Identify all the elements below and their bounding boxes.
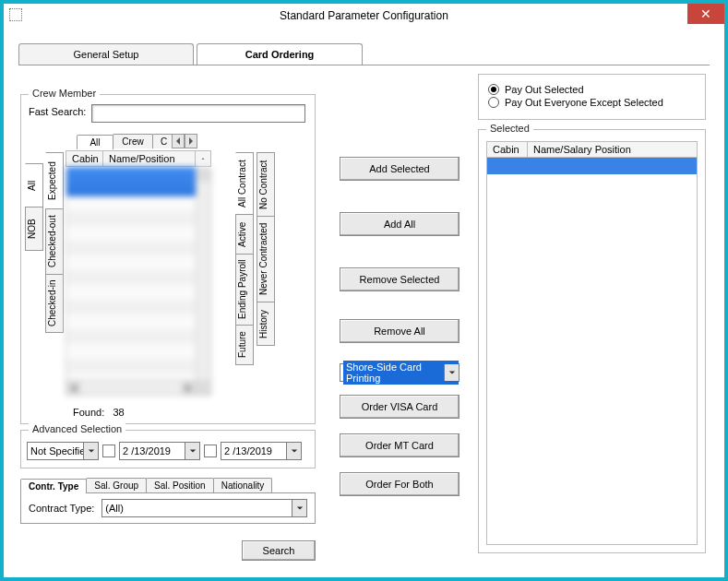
left-tab-all[interactable]: All bbox=[25, 163, 43, 208]
radio-payout-except-label: Pay Out Everyone Except Selected bbox=[505, 97, 663, 108]
left-tab-nob[interactable]: NOB bbox=[25, 207, 43, 251]
crew-member-title: Crew Member bbox=[29, 88, 100, 99]
search-button[interactable]: Search bbox=[242, 540, 316, 561]
rtab-all-contract[interactable]: All Contract bbox=[235, 152, 254, 215]
contract-type-combo[interactable]: (All) bbox=[101, 499, 307, 517]
rtab-never-contracted[interactable]: Never Contracted bbox=[257, 216, 275, 302]
app-window: Standard Parameter Configuration ✕ Gener… bbox=[0, 0, 728, 581]
rtab-future[interactable]: Future bbox=[235, 325, 254, 365]
crew-list-scroll-up[interactable] bbox=[196, 151, 210, 166]
selected-row[interactable] bbox=[487, 158, 697, 174]
adv-date2-value: 2 /13/2019 bbox=[224, 445, 272, 456]
crew-list-vscroll[interactable] bbox=[196, 167, 210, 395]
selected-group: Selected Cabin Name/Salary Position bbox=[478, 129, 706, 553]
cat-tab-nav-right[interactable] bbox=[185, 134, 197, 148]
remove-all-button[interactable]: Remove All bbox=[340, 319, 459, 343]
tab-general-setup[interactable]: General Setup bbox=[18, 43, 194, 65]
advanced-selection-group: Advanced Selection Not Specifiec 2 /13/2… bbox=[20, 430, 316, 468]
adv-date2-picker[interactable]: 2 /13/2019 bbox=[221, 442, 302, 460]
filter-tab-sal-group[interactable]: Sal. Group bbox=[86, 478, 147, 492]
rtab-active[interactable]: Active bbox=[235, 214, 254, 255]
window-title: Standard Parameter Configuration bbox=[280, 9, 448, 22]
tab-card-ordering[interactable]: Card Ordering bbox=[197, 43, 363, 65]
radio-payout-selected-label: Pay Out Selected bbox=[505, 84, 584, 95]
crew-list-header: Cabin Name/Position bbox=[66, 150, 211, 167]
card-printing-combo[interactable]: Shore-Side Card Printing bbox=[340, 363, 459, 382]
order-both-button[interactable]: Order For Both bbox=[340, 472, 459, 496]
order-mt-button[interactable]: Order MT Card bbox=[340, 433, 459, 457]
crew-list[interactable] bbox=[66, 167, 211, 396]
selected-list-header: Cabin Name/Salary Position bbox=[486, 141, 698, 158]
remove-selected-button[interactable]: Remove Selected bbox=[340, 267, 459, 291]
titlebar: Standard Parameter Configuration ✕ bbox=[4, 4, 724, 28]
found-label: Found: bbox=[73, 407, 104, 418]
filter-tab-nationality[interactable]: Nationality bbox=[213, 478, 273, 492]
app-icon bbox=[9, 8, 22, 21]
radio-dot-icon bbox=[488, 97, 499, 108]
crew-list-hscroll[interactable] bbox=[66, 380, 196, 395]
selected-list[interactable] bbox=[486, 158, 698, 545]
cat-tab-c[interactable]: C bbox=[152, 134, 173, 148]
rtab-no-contract[interactable]: No Contract bbox=[257, 152, 275, 217]
contract-type-value: (All) bbox=[105, 503, 124, 514]
filter-tabstrip: Contr. Type Sal. Group Sal. Position Nat… bbox=[20, 478, 316, 492]
crew-col-namepos[interactable]: Name/Position bbox=[103, 151, 196, 166]
chevron-down-icon bbox=[286, 443, 301, 459]
adv-date2-check[interactable] bbox=[204, 445, 217, 457]
status-tab-expected[interactable]: Expected bbox=[45, 152, 64, 209]
filter-tab-sal-position[interactable]: Sal. Position bbox=[146, 478, 214, 492]
chevron-down-icon bbox=[444, 364, 459, 381]
cat-tab-crew[interactable]: Crew bbox=[113, 134, 153, 148]
order-visa-button[interactable]: Order VISA Card bbox=[340, 395, 459, 419]
fast-search-label: Fast Search: bbox=[29, 106, 86, 117]
rtab-history[interactable]: History bbox=[257, 302, 275, 346]
client-area: General Setup Card Ordering Pay Out Sele… bbox=[7, 31, 721, 574]
radio-payout-except[interactable]: Pay Out Everyone Except Selected bbox=[488, 97, 696, 108]
selected-col-namepos[interactable]: Name/Salary Position bbox=[528, 142, 697, 157]
cat-tab-nav-left[interactable] bbox=[172, 134, 185, 148]
adv-date1-picker[interactable]: 2 /13/2019 bbox=[119, 442, 200, 460]
status-tab-checked-out[interactable]: Checked-out bbox=[45, 208, 64, 275]
add-all-button[interactable]: Add All bbox=[340, 212, 459, 236]
cat-tab-all[interactable]: All bbox=[77, 135, 113, 149]
main-tabstrip: General Setup Card Ordering bbox=[18, 42, 710, 65]
adv-not-specified-value: Not Specifiec bbox=[30, 445, 90, 456]
close-button[interactable]: ✕ bbox=[687, 4, 724, 24]
found-value: 38 bbox=[113, 407, 124, 418]
adv-not-specified-combo[interactable]: Not Specifiec bbox=[27, 442, 99, 460]
crew-col-cabin[interactable]: Cabin bbox=[66, 151, 103, 166]
chevron-down-icon bbox=[83, 443, 98, 459]
contract-type-label: Contract Type: bbox=[29, 503, 94, 514]
add-selected-button[interactable]: Add Selected bbox=[340, 157, 459, 181]
adv-date1-value: 2 /13/2019 bbox=[123, 445, 171, 456]
filter-tab-contr-type[interactable]: Contr. Type bbox=[20, 479, 87, 493]
card-printing-value: Shore-Side Card Printing bbox=[343, 361, 459, 385]
selected-group-title: Selected bbox=[486, 123, 533, 134]
status-tab-checked-in[interactable]: Checked-in bbox=[45, 274, 64, 333]
crew-member-group: Crew Member Fast Search: All Crew C All … bbox=[20, 94, 316, 424]
selected-col-cabin[interactable]: Cabin bbox=[487, 142, 528, 157]
rtab-ending-payroll[interactable]: Ending Payroll bbox=[235, 254, 254, 326]
tab-underline bbox=[18, 65, 710, 65]
filter-tab-panel: Contract Type: (All) bbox=[20, 492, 316, 524]
adv-date1-check[interactable] bbox=[102, 445, 115, 457]
radio-dot-icon bbox=[488, 84, 499, 95]
radio-payout-selected[interactable]: Pay Out Selected bbox=[488, 84, 696, 95]
fast-search-input[interactable] bbox=[91, 104, 305, 123]
advanced-selection-title: Advanced Selection bbox=[29, 423, 125, 434]
payout-group: Pay Out Selected Pay Out Everyone Except… bbox=[478, 74, 706, 120]
actions-column: Add Selected Add All Remove Selected Rem… bbox=[340, 157, 469, 496]
card-ordering-panel: Pay Out Selected Pay Out Everyone Except… bbox=[18, 66, 710, 566]
chevron-down-icon bbox=[185, 443, 199, 459]
chevron-down-icon bbox=[292, 500, 306, 516]
close-icon: ✕ bbox=[700, 6, 711, 21]
